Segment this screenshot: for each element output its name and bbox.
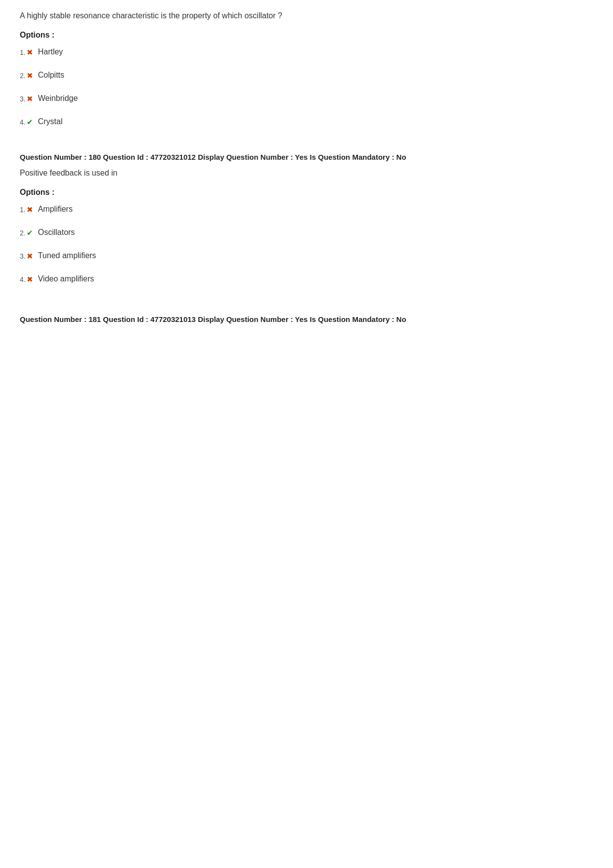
option-179-2-text: Colpitts: [38, 71, 64, 80]
option-180-2-number: 2. ✔: [20, 228, 38, 237]
option-180-1-text: Amplifiers: [38, 205, 73, 214]
option-180-3-text: Tuned amplifiers: [38, 251, 96, 260]
option-180-2-icon: ✔: [27, 228, 33, 237]
option-179-2: 2. ✖ Colpitts: [20, 71, 593, 80]
option-180-4-number: 4. ✖: [20, 274, 38, 284]
option-179-1-icon: ✖: [27, 48, 33, 57]
option-179-1: 1. ✖ Hartley: [20, 47, 593, 57]
option-179-3-icon: ✖: [27, 94, 33, 103]
option-180-4-icon: ✖: [27, 275, 33, 284]
option-179-3-text: Weinbridge: [38, 94, 78, 103]
option-180-2-text: Oscillators: [38, 228, 75, 237]
option-180-4-text: Video amplifiers: [38, 274, 94, 283]
question-181-meta: Question Number : 181 Question Id : 4772…: [20, 314, 593, 325]
option-180-3-number: 3. ✖: [20, 251, 38, 261]
option-179-2-icon: ✖: [27, 71, 33, 80]
option-180-4: 4. ✖ Video amplifiers: [20, 274, 593, 284]
option-180-1: 1. ✖ Amplifiers: [20, 205, 593, 214]
option-179-3: 3. ✖ Weinbridge: [20, 94, 593, 103]
option-179-4-text: Crystal: [38, 117, 63, 126]
question-180-meta: Question Number : 180 Question Id : 4772…: [20, 151, 593, 163]
question-179-options-label: Options :: [20, 31, 593, 40]
option-180-2: 2. ✔ Oscillators: [20, 228, 593, 237]
option-179-4-icon: ✔: [27, 118, 33, 127]
option-180-1-number: 1. ✖: [20, 205, 38, 214]
option-179-4: 4. ✔ Crystal: [20, 117, 593, 127]
question-180-options-label: Options :: [20, 188, 593, 197]
question-179-text: A highly stable resonance characteristic…: [20, 10, 593, 22]
question-181-block: Question Number : 181 Question Id : 4772…: [20, 314, 593, 325]
question-179-block: A highly stable resonance characteristic…: [20, 10, 593, 127]
question-180-text: Positive feedback is used in: [20, 167, 593, 179]
question-180-block: Question Number : 180 Question Id : 4772…: [20, 151, 593, 284]
option-180-3-icon: ✖: [27, 252, 33, 261]
option-179-1-number: 1. ✖: [20, 47, 38, 57]
option-179-3-number: 3. ✖: [20, 94, 38, 103]
option-179-4-number: 4. ✔: [20, 117, 38, 127]
option-179-1-text: Hartley: [38, 47, 63, 56]
option-179-2-number: 2. ✖: [20, 71, 38, 80]
option-180-3: 3. ✖ Tuned amplifiers: [20, 251, 593, 261]
option-180-1-icon: ✖: [27, 205, 33, 214]
